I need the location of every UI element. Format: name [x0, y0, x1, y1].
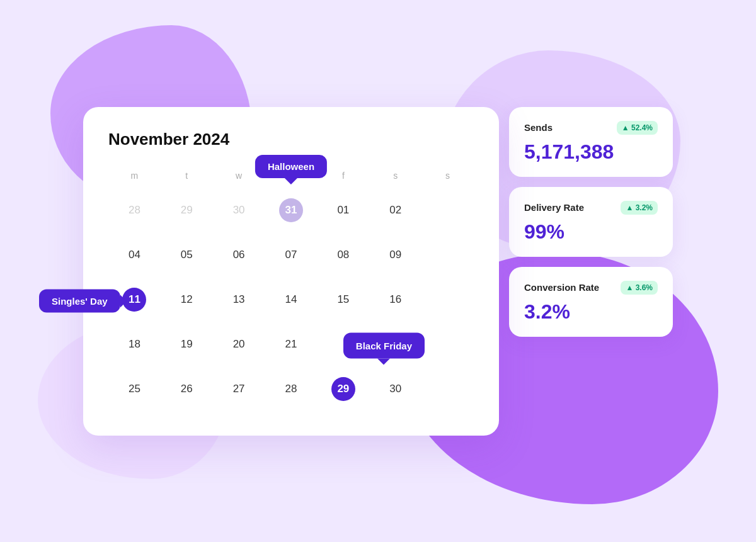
- day-16[interactable]: 16: [369, 279, 421, 324]
- day-27[interactable]: 27: [213, 368, 265, 413]
- day-22-bf[interactable]: Black Friday 22: [317, 324, 369, 368]
- delivery-badge: ▲ 3.2%: [621, 201, 658, 215]
- day-14[interactable]: 14: [265, 279, 318, 324]
- delivery-value: 99%: [524, 221, 658, 243]
- delivery-label: Delivery Rate: [524, 202, 584, 213]
- day-12[interactable]: 12: [161, 279, 213, 324]
- day-header-f: f: [317, 167, 369, 184]
- day-header-s2: s: [421, 167, 474, 184]
- day-01[interactable]: 01: [317, 189, 369, 234]
- day-06[interactable]: 06: [213, 234, 265, 279]
- calendar-week-5: 25 26 27 28 29 30: [108, 368, 474, 413]
- day-header-t2: t: [265, 167, 318, 184]
- conversion-badge: ▲ 3.6%: [621, 281, 658, 295]
- day-18[interactable]: 18: [108, 324, 161, 368]
- day-25[interactable]: 25: [108, 368, 161, 413]
- sends-value: 5,171,388: [524, 141, 658, 163]
- day-header-s1: s: [369, 167, 421, 184]
- day-05[interactable]: 05: [161, 234, 213, 279]
- sends-badge: ▲ 52.4%: [617, 121, 658, 135]
- day-15[interactable]: 15: [317, 279, 369, 324]
- conversion-rate-card: Conversion Rate ▲ 3.6% 3.2%: [509, 267, 673, 337]
- calendar-week-2: 04 05 06 07 08 09: [108, 234, 474, 279]
- day-29[interactable]: 29: [317, 368, 369, 413]
- day-21[interactable]: 21: [265, 324, 318, 368]
- day-11[interactable]: Singles' Day 11: [108, 279, 161, 324]
- day-23[interactable]: 23: [369, 324, 421, 368]
- calendar-title: November 2024: [108, 130, 474, 149]
- calendar-card: November 2024 m t w t f s s 28 29 30 31: [83, 107, 499, 436]
- day-header-m: m: [108, 167, 161, 184]
- day-26[interactable]: 26: [161, 368, 213, 413]
- day-29-prev[interactable]: 29: [161, 189, 213, 234]
- calendar-week-3: Singles' Day 11 12 13 14 15 16: [108, 279, 474, 324]
- singles-day-tooltip: Singles' Day: [39, 290, 120, 313]
- calendar-week-4: 18 19 20 21 Black Friday 22 23: [108, 324, 474, 368]
- day-19[interactable]: 19: [161, 324, 213, 368]
- calendar-grid: m t w t f s s 28 29 30 31 Halloween 01 0…: [108, 167, 474, 413]
- conversion-header: Conversion Rate ▲ 3.6%: [524, 281, 658, 295]
- stats-column: Sends ▲ 52.4% 5,171,388 Delivery Rate ▲ …: [509, 107, 673, 337]
- conversion-label: Conversion Rate: [524, 282, 599, 293]
- day-13[interactable]: 13: [213, 279, 265, 324]
- conversion-value: 3.2%: [524, 301, 658, 323]
- day-02[interactable]: 02: [369, 189, 421, 234]
- day-20[interactable]: 20: [213, 324, 265, 368]
- day-31[interactable]: 31 Halloween: [265, 189, 318, 234]
- day-30[interactable]: 30: [369, 368, 421, 413]
- delivery-rate-card: Delivery Rate ▲ 3.2% 99%: [509, 187, 673, 257]
- calendar-header-row: m t w t f s s: [108, 167, 474, 184]
- day-07[interactable]: 07: [265, 234, 318, 279]
- day-28[interactable]: 28: [265, 368, 318, 413]
- day-empty-3: [421, 279, 474, 324]
- calendar-week-1: 28 29 30 31 Halloween 01 02: [108, 189, 474, 234]
- day-empty-4: [421, 324, 474, 368]
- delivery-header: Delivery Rate ▲ 3.2%: [524, 201, 658, 215]
- sends-card: Sends ▲ 52.4% 5,171,388: [509, 107, 673, 177]
- main-container: November 2024 m t w t f s s 28 29 30 31: [83, 107, 673, 436]
- day-04[interactable]: 04: [108, 234, 161, 279]
- day-empty-5: [421, 368, 474, 413]
- sends-header: Sends ▲ 52.4%: [524, 121, 658, 135]
- sends-label: Sends: [524, 122, 553, 133]
- day-30-prev[interactable]: 30: [213, 189, 265, 234]
- day-28-prev[interactable]: 28: [108, 189, 161, 234]
- day-header-w: w: [213, 167, 265, 184]
- day-08[interactable]: 08: [317, 234, 369, 279]
- day-09[interactable]: 09: [369, 234, 421, 279]
- day-empty-1: [421, 189, 474, 234]
- day-header-t1: t: [161, 167, 213, 184]
- day-empty-2: [421, 234, 474, 279]
